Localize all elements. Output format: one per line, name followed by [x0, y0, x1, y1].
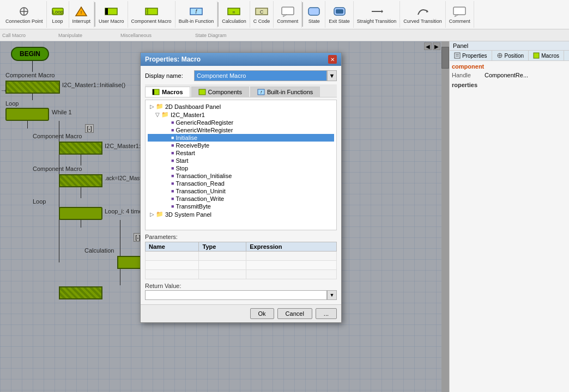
- svg-text:C: C: [260, 9, 264, 15]
- modal-close-button[interactable]: ✕: [328, 55, 337, 64]
- tree-generic-write-icon: ■: [171, 127, 174, 133]
- tree-3d-folder-icon: 📁: [156, 211, 164, 218]
- canvas[interactable]: ◀ ▶ BEGIN Component Macro I2C_Master1::I…: [0, 41, 449, 392]
- tree-2d-arrow: ▷: [150, 103, 154, 109]
- tree-initialise[interactable]: ■ Initialise: [148, 134, 334, 142]
- connection-point-icon: [16, 5, 32, 18]
- tree-transmit-byte-icon: ■: [171, 204, 174, 209]
- tree-transaction-write-label: Transaction_Write: [175, 195, 224, 202]
- tree-receive-byte-icon: ■: [171, 143, 174, 148]
- toolbar-c-code[interactable]: C C Code: [250, 1, 274, 28]
- more-button[interactable]: ...: [316, 308, 337, 319]
- rp-position-icon: [497, 52, 503, 59]
- tree-transaction-uninit[interactable]: ■ Transaction_Uninit: [148, 187, 334, 195]
- section-call-macro: Call Macro: [2, 33, 26, 38]
- svg-rect-31: [153, 89, 154, 95]
- toolbar-interrupt-label: Interrupt: [72, 19, 91, 24]
- svg-rect-35: [455, 53, 460, 58]
- return-dropdown-icon: ▼: [330, 292, 335, 298]
- tab-built-in-functions[interactable]: f Built-in Functions: [250, 87, 320, 97]
- display-name-dropdown[interactable]: ▼: [327, 70, 337, 81]
- c-code-icon: C: [254, 5, 269, 18]
- rp-properties-section: roperties: [452, 82, 567, 88]
- chevron-down-icon: ▼: [329, 72, 335, 79]
- toolbar-section-labels: Call Macro Manipulate Miscellaneous Stat…: [0, 29, 569, 41]
- tree-restart-icon: ■: [171, 150, 174, 156]
- modal-footer: Ok Cancel ...: [141, 304, 341, 322]
- toolbar-built-in-function[interactable]: f Built-in Function: [175, 1, 218, 28]
- toolbar-straight-transition-label: Straight Transition: [357, 19, 397, 24]
- tree-start[interactable]: ■ Start: [148, 157, 334, 164]
- modal-tabs: Macros Components f: [145, 84, 337, 97]
- toolbar-comment-1[interactable]: Comment: [274, 1, 302, 28]
- tree-transaction-init-icon: ■: [171, 173, 174, 179]
- right-panel-title: Panel: [453, 42, 468, 49]
- toolbar-comment-2[interactable]: Comment: [446, 1, 474, 28]
- tree-2d-dashboard[interactable]: ▷ 📁 2D Dashboard Panel: [148, 102, 334, 111]
- svg-rect-28: [453, 7, 465, 15]
- parameters-table: Name Type Expression: [145, 242, 337, 279]
- toolbar-connection-point[interactable]: Connection Point: [2, 1, 47, 28]
- toolbar-calculation[interactable]: = Calculation: [219, 1, 250, 28]
- rp-tab-position[interactable]: Position: [492, 51, 529, 60]
- tab-macros[interactable]: Macros: [145, 87, 190, 97]
- tree-2d-folder-icon: 📁: [156, 103, 164, 110]
- components-tab-label: Components: [208, 89, 242, 95]
- tree-transaction-read-icon: ■: [171, 181, 174, 186]
- rp-properties-icon: [454, 52, 461, 59]
- tree-start-icon: ■: [171, 158, 174, 163]
- rp-tab-macros[interactable]: Macros: [529, 51, 564, 60]
- tree-3d-system[interactable]: ▷ 📁 3D System Panel: [148, 210, 334, 218]
- toolbar-c-code-label: C Code: [253, 19, 270, 24]
- cancel-button[interactable]: Cancel: [277, 308, 312, 319]
- toolbar-component-macro[interactable]: Component Macro: [128, 1, 175, 28]
- toolbar-straight-transition[interactable]: Straight Transition: [354, 1, 401, 28]
- tree-stop[interactable]: ■ Stop: [148, 164, 334, 172]
- tree-receive-byte[interactable]: ■ ReceiveByte: [148, 142, 334, 149]
- tree-3d-label: 3D System Panel: [165, 211, 211, 218]
- rp-handle-value: ComponentRe...: [485, 72, 528, 78]
- return-value-input[interactable]: [145, 290, 327, 300]
- rp-handle-label: Handle: [452, 72, 485, 78]
- rp-tab-properties[interactable]: Properties: [450, 51, 492, 60]
- tree-container[interactable]: ▷ 📁 2D Dashboard Panel ▽ 📁 I2C_Master1: [145, 100, 337, 230]
- tree-generic-write[interactable]: ■ GenericWriteRegister: [148, 126, 334, 134]
- tree-generic-read-icon: ■: [171, 120, 174, 125]
- comment-2-icon: [452, 5, 467, 18]
- tree-transaction-init[interactable]: ■ Transaction_Initialise: [148, 172, 334, 180]
- comment-1-icon: [280, 5, 295, 18]
- tree-transaction-read[interactable]: ■ Transaction_Read: [148, 180, 334, 187]
- tree-transaction-read-label: Transaction_Read: [175, 180, 224, 187]
- toolbar-loop[interactable]: Loop Loop: [47, 1, 69, 28]
- return-value-label: Return Value:: [145, 283, 337, 289]
- toolbar-state[interactable]: State: [303, 1, 325, 28]
- components-tab-icon: [198, 89, 206, 95]
- toolbar-user-macro[interactable]: User Macro: [95, 1, 128, 28]
- interrupt-icon: !: [74, 5, 89, 18]
- ok-button[interactable]: Ok: [250, 308, 274, 319]
- tab-components[interactable]: Components: [191, 87, 249, 97]
- tree-i2c-master1[interactable]: ▽ 📁 I2C_Master1: [148, 111, 334, 119]
- display-name-input[interactable]: [194, 70, 327, 81]
- user-macro-icon: [104, 5, 119, 18]
- parameters-label: Parameters:: [145, 234, 337, 240]
- right-panel-content: component Handle ComponentRe... ropertie…: [450, 61, 569, 90]
- tree-restart[interactable]: ■ Restart: [148, 149, 334, 157]
- tree-transaction-write[interactable]: ■ Transaction_Write: [148, 195, 334, 203]
- toolbar-interrupt[interactable]: ! Interrupt: [69, 1, 95, 28]
- tree-transaction-uninit-icon: ■: [171, 188, 174, 194]
- tree-generic-read[interactable]: ■ GenericReadRegister: [148, 119, 334, 126]
- return-value-dropdown[interactable]: ▼: [327, 290, 337, 300]
- return-value-section: Return Value: ▼: [145, 283, 337, 300]
- toolbar-component-macro-label: Component Macro: [131, 19, 172, 24]
- rp-position-label: Position: [505, 53, 524, 59]
- tree-transmit-byte[interactable]: ■ TransmitByte: [148, 203, 334, 210]
- svg-rect-22: [308, 8, 319, 15]
- toolbar-comment-2-label: Comment: [449, 19, 470, 24]
- rp-handle-row: Handle ComponentRe...: [452, 72, 567, 78]
- tree-transaction-init-label: Transaction_Initialise: [175, 173, 232, 179]
- col-type: Type: [199, 242, 246, 252]
- toolbar-curved-transition[interactable]: Curved Transition: [400, 1, 446, 28]
- tree-3d-arrow: ▷: [150, 211, 154, 217]
- toolbar-exit-state[interactable]: Exit State: [325, 1, 354, 28]
